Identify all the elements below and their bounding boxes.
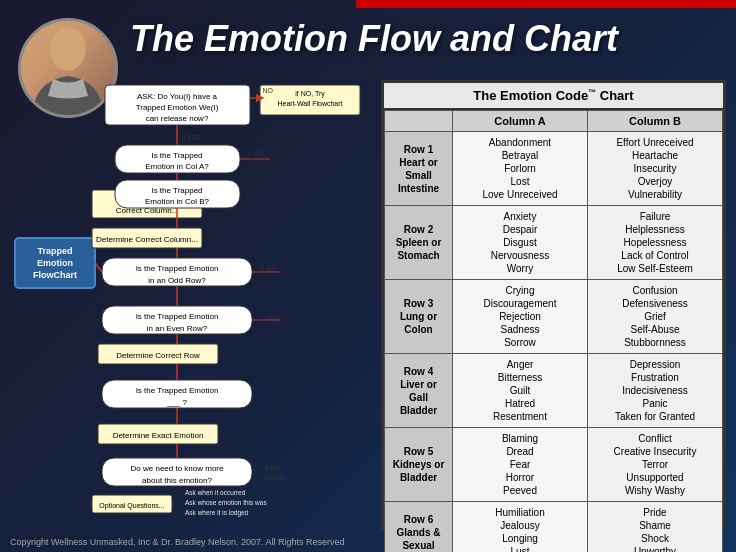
svg-rect-24 — [115, 180, 240, 208]
svg-text:can release now?: can release now? — [146, 114, 209, 123]
svg-text:Trapped: Trapped — [37, 246, 72, 256]
svg-point-0 — [50, 27, 86, 71]
svg-rect-31 — [102, 258, 252, 286]
svg-text:Correct Column...: Correct Column... — [116, 206, 179, 215]
col-b-cell: Effort UnreceivedHeartacheInsecurityOver… — [588, 132, 723, 206]
row-label-cell: Row 1Heart orSmallIntestine — [385, 132, 453, 206]
col-a-cell: HumiliationJealousyLongingLustOverwhelm — [453, 502, 588, 552]
svg-rect-16 — [115, 145, 240, 173]
svg-rect-5 — [105, 85, 250, 125]
trademark-symbol: ™ — [588, 88, 596, 97]
svg-text:if NO: if NO — [265, 464, 282, 471]
col-a-cell: CryingDiscouragementRejectionSadnessSorr… — [453, 280, 588, 354]
svg-text:Determine Correct Row: Determine Correct Row — [116, 351, 200, 360]
page-title: The Emotion Flow and Chart — [130, 18, 618, 60]
col-a-cell: BlamingDreadFearHorrorPeeved — [453, 428, 588, 502]
flowchart-area: Trapped Emotion FlowChart ASK: Do You(I)… — [10, 80, 370, 520]
svg-text:Emotion in Col B?: Emotion in Col B? — [145, 197, 210, 206]
svg-rect-21 — [92, 190, 202, 218]
svg-text:in an Even Row?: in an Even Row? — [147, 324, 208, 333]
svg-text:Optional Questions...: Optional Questions... — [99, 502, 164, 510]
svg-rect-45 — [102, 380, 252, 408]
svg-text:Determine Exact Emotion: Determine Exact Emotion — [113, 431, 204, 440]
col-b-cell: ConflictCreative InsecurityTerrorUnsuppo… — [588, 428, 723, 502]
svg-text:if NO: if NO — [260, 266, 277, 273]
col-a-cell: AnxietyDespairDisgustNervousnessWorry — [453, 206, 588, 280]
svg-text:Is the Trapped Emotion: Is the Trapped Emotion — [136, 264, 219, 273]
table-row: Row 1Heart orSmallIntestineAbandonmentBe… — [385, 132, 723, 206]
flowchart-svg: Trapped Emotion FlowChart ASK: Do You(I)… — [10, 80, 370, 520]
svg-text:Ask when it occurred: Ask when it occurred — [185, 489, 246, 496]
svg-rect-38 — [102, 306, 252, 334]
svg-text:if NO: if NO — [268, 315, 285, 322]
svg-rect-60 — [92, 495, 172, 513]
col-header-row — [385, 111, 453, 132]
svg-text:Emotion: Emotion — [37, 258, 73, 268]
svg-text:FlowChart: FlowChart — [33, 270, 77, 280]
svg-rect-52 — [102, 458, 252, 486]
svg-text:if NO: if NO — [248, 150, 265, 157]
svg-text:Is the Trapped: Is the Trapped — [151, 151, 202, 160]
svg-text:Heart-Wall Flowchart: Heart-Wall Flowchart — [277, 100, 342, 107]
col-a-cell: AngerBitternessGuiltHatredResentment — [453, 354, 588, 428]
svg-text:if NO, Try: if NO, Try — [295, 90, 325, 98]
col-header-a: Column A — [453, 111, 588, 132]
svg-text:Trapped Emotion We(I): Trapped Emotion We(I) — [136, 103, 219, 112]
table-row: Row 3Lung orColonCryingDiscouragementRej… — [385, 280, 723, 354]
chart-table: Column A Column B Row 1Heart orSmallInte… — [384, 110, 723, 552]
top-accent-bar — [356, 0, 736, 8]
svg-line-55 — [95, 263, 102, 272]
svg-text:Do we need to know more: Do we need to know more — [131, 464, 224, 473]
svg-text:ASK: Do You(I) have a: ASK: Do You(I) have a — [137, 92, 218, 101]
svg-text:if YES: if YES — [182, 134, 202, 141]
svg-text:Ask whose emotion this was: Ask whose emotion this was — [185, 499, 267, 506]
table-row: Row 6Glands &SexualOrgansHumiliationJeal… — [385, 502, 723, 552]
svg-rect-1 — [15, 238, 95, 288]
chart-title: The Emotion Code™ Chart — [384, 83, 723, 110]
svg-rect-9 — [260, 85, 360, 115]
svg-text:___ ?: ___ ? — [166, 398, 188, 407]
table-row: Row 4Liver orGallBladderAngerBitternessG… — [385, 354, 723, 428]
col-b-cell: DepressionFrustrationIndecisivenessPanic… — [588, 354, 723, 428]
table-row: Row 2Spleen orStomachAnxietyDespairDisgu… — [385, 206, 723, 280]
col-b-cell: FailureHelplessnessHopelessnessLack of C… — [588, 206, 723, 280]
row-label-cell: Row 5Kidneys orBladder — [385, 428, 453, 502]
row-label-cell: Row 6Glands &SexualOrgans — [385, 502, 453, 552]
svg-text:Determine Correct Column...: Determine Correct Column... — [96, 235, 198, 244]
svg-text:in an Odd Row?: in an Odd Row? — [148, 276, 206, 285]
svg-rect-29 — [92, 228, 202, 248]
col-a-cell: AbandonmentBetrayalForlornLostLove Unrec… — [453, 132, 588, 206]
copyright-text: Copyright Wellness Unmasked, Inc & Dr. B… — [10, 537, 345, 547]
col-header-b: Column B — [588, 111, 723, 132]
col-b-cell: ConfusionDefensivenessGriefSelf-AbuseStu… — [588, 280, 723, 354]
row-label-cell: Row 3Lung orColon — [385, 280, 453, 354]
row-label-cell: Row 2Spleen orStomach — [385, 206, 453, 280]
emotion-code-chart: The Emotion Code™ Chart Column A Column … — [381, 80, 726, 530]
svg-text:about this emotion?: about this emotion? — [142, 476, 212, 485]
svg-text:if YES: if YES — [265, 474, 285, 481]
svg-text:if NO: if NO — [257, 87, 274, 94]
svg-text:Is the Trapped: Is the Trapped — [151, 186, 202, 195]
svg-rect-41 — [98, 344, 218, 364]
svg-text:Is the Trapped Emotion: Is the Trapped Emotion — [136, 312, 219, 321]
svg-text:Emotion in Col A?: Emotion in Col A? — [145, 162, 209, 171]
col-b-cell: PrideShameShockUnworthyWorthless — [588, 502, 723, 552]
row-label-cell: Row 4Liver orGallBladder — [385, 354, 453, 428]
svg-text:Ask where it is lodged: Ask where it is lodged — [185, 509, 249, 517]
table-row: Row 5Kidneys orBladderBlamingDreadFearHo… — [385, 428, 723, 502]
svg-rect-49 — [98, 424, 218, 444]
svg-text:Is the Trapped Emotion: Is the Trapped Emotion — [136, 386, 219, 395]
svg-text:Determine: Determine — [129, 195, 166, 204]
